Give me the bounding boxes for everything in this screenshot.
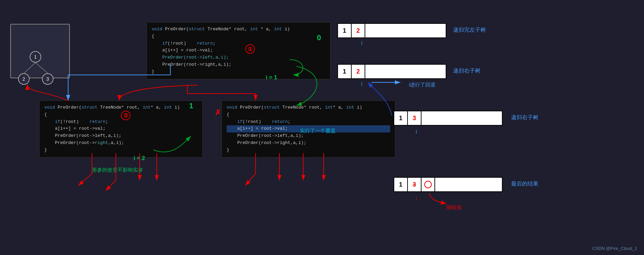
code-block-top: void PreOrder(struct TreeNode* root, int… xyxy=(147,22,331,79)
badge-1: ① xyxy=(245,44,255,54)
i-eq-2-label: i = 2 xyxy=(134,155,145,162)
array-right-label: 递归右子树 xyxy=(511,114,538,121)
cell-b2 xyxy=(421,178,435,191)
cover-note: 实行了一个覆盖 xyxy=(300,128,336,134)
cell-b0: 1 xyxy=(394,178,408,191)
svg-line-0 xyxy=(24,63,35,73)
cell-b1: 3 xyxy=(408,178,421,191)
array-bottom-i: i xyxy=(416,196,417,202)
array-right: 1 3 xyxy=(394,111,503,126)
svg-line-1 xyxy=(35,63,48,73)
array-bottom-label: 最后的结果 xyxy=(511,180,538,188)
array-mid-label: 递归右子树 xyxy=(453,67,480,75)
array-mid: 1 2 xyxy=(337,64,446,79)
cell-m1: 2 xyxy=(352,65,365,78)
i-retreat-label: i进行了回退 xyxy=(409,82,435,88)
i-eq-1-label: i = 1 xyxy=(266,74,277,81)
shape-note: 形参的改变不影响实参 xyxy=(92,167,143,173)
cell-r0: 1 xyxy=(394,111,408,125)
array-top-i: i xyxy=(361,40,363,46)
array-right-i: i xyxy=(416,129,417,135)
cell-m0: 1 xyxy=(338,65,352,78)
cell-r1: 3 xyxy=(408,111,421,125)
cell-t0: 1 xyxy=(338,24,352,37)
tree-node-1: 1 xyxy=(30,51,41,63)
cross-mark: ✗ xyxy=(215,108,221,117)
num-1: 1 xyxy=(189,101,193,110)
badge-2: ② xyxy=(121,111,131,120)
watermark: CSDN @Fire_Cloud_1 xyxy=(592,246,637,251)
tree-diagram: 1 2 3 xyxy=(10,24,70,78)
cell-t1: 2 xyxy=(352,24,365,37)
random-val-label: 随机值 xyxy=(446,204,462,211)
array-top-label: 递归完左子树 xyxy=(453,27,486,34)
tree-node-3: 3 xyxy=(42,73,53,85)
array-top: 1 2 xyxy=(337,23,446,38)
array-mid-i: i xyxy=(361,81,363,87)
num-0: 0 xyxy=(317,33,321,42)
code-line-1: void PreOrder(struct TreeNode* root, int… xyxy=(152,26,325,33)
tree-node-2: 2 xyxy=(18,73,30,85)
array-bottom: 1 3 xyxy=(394,177,503,192)
main-canvas: 1 2 3 void PreOrder(struct TreeNode* roo… xyxy=(0,0,644,255)
code-block-left: void PreOrder(struct TreeNode* root, int… xyxy=(39,100,203,158)
